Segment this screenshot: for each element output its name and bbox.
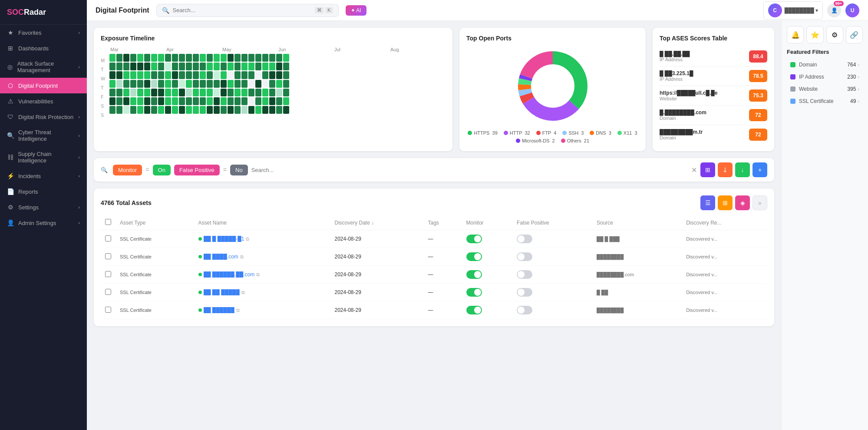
- tags-cell: —: [423, 266, 462, 284]
- select-all-checkbox[interactable]: [105, 219, 111, 225]
- ases-row[interactable]: https://█████ull.c█.█e Website 75.3: [660, 86, 767, 106]
- monitor-toggle[interactable]: [466, 270, 482, 279]
- on-filter-tag[interactable]: On: [153, 165, 171, 175]
- discovery-reason-cell: Discovered v...: [682, 301, 767, 319]
- right-icon-btn-2[interactable]: ⭐: [806, 26, 823, 43]
- filter-action-btn-3[interactable]: ↓: [735, 162, 750, 177]
- source-cell: ██ █ ███: [592, 230, 682, 248]
- right-icon-btn-4[interactable]: 🔗: [846, 26, 863, 43]
- row-checkbox[interactable]: [105, 289, 111, 295]
- col-monitor: Monitor: [462, 215, 513, 230]
- row-checkbox[interactable]: [105, 235, 111, 241]
- sidebar-item-dashboards[interactable]: ⊞ Dashboards: [0, 40, 87, 56]
- row-checkbox[interactable]: [105, 271, 111, 277]
- monitor-toggle[interactable]: [466, 288, 482, 297]
- copy-icon[interactable]: ⧉: [256, 272, 260, 278]
- filter-action-btn-4[interactable]: +: [752, 162, 767, 177]
- sidebar-item-favorites[interactable]: ★ Favorites ›: [0, 25, 87, 40]
- user-avatar[interactable]: U: [845, 3, 859, 17]
- sidebar-item-incidents[interactable]: ⚡ Incidents ›: [0, 168, 87, 184]
- no-filter-tag[interactable]: No: [230, 165, 248, 175]
- ases-row[interactable]: █ ██.██.██ IP Address 88.4: [660, 47, 767, 66]
- assets-table: Asset Type Asset Name Discovery Date ↓ T…: [101, 215, 767, 319]
- fp-toggle[interactable]: [517, 306, 532, 314]
- filter-action-btn-2[interactable]: ⤓: [718, 162, 733, 177]
- copy-icon[interactable]: ⧉: [241, 290, 245, 295]
- sidebar-item-digital-footprint[interactable]: ⬡ Digital Footprint: [0, 78, 87, 93]
- monitor-toggle[interactable]: [466, 252, 482, 261]
- row-checkbox[interactable]: [105, 253, 111, 259]
- source-cell: █ ██: [592, 284, 682, 301]
- supply-chain-icon: ⛓: [7, 154, 13, 161]
- right-icon-btn-1[interactable]: 🔔: [787, 26, 804, 43]
- monitor-cell: [462, 266, 513, 284]
- featured-filter-item[interactable]: Domain 764 ›: [787, 59, 863, 71]
- equals-2: =: [223, 166, 227, 173]
- view-btn-list[interactable]: ☰: [700, 195, 715, 210]
- table-row: SSL Certificate ██ ██████ ⧉ 2024-08-29 —…: [101, 301, 767, 319]
- keyboard-shortcuts: ⌘ K: [315, 7, 333, 13]
- filter-action-btn-1[interactable]: ⊞: [700, 162, 715, 177]
- search-input[interactable]: [173, 7, 312, 13]
- ai-button[interactable]: ✦ AI: [346, 5, 366, 16]
- clear-filter-button[interactable]: ✕: [691, 166, 697, 174]
- copy-icon[interactable]: ⧉: [240, 254, 244, 260]
- search-bar[interactable]: 🔍 ⌘ K: [156, 4, 339, 17]
- copy-icon[interactable]: ⧉: [236, 308, 240, 313]
- sidebar-item-cyber-threat[interactable]: 🔍 Cyber Threat Intelligence ›: [0, 125, 87, 146]
- sidebar-item-supply-chain[interactable]: ⛓ Supply Chain Intelligence ›: [0, 146, 87, 168]
- asset-type-cell: SSL Certificate: [116, 301, 194, 319]
- fp-toggle[interactable]: [517, 288, 532, 297]
- filter-items-list: Domain 764 › IP Address 230 › Website 39…: [787, 59, 863, 107]
- monitor-toggle[interactable]: [466, 235, 482, 243]
- tags-cell: —: [423, 284, 462, 301]
- featured-filter-item[interactable]: SSL Certificate 49 ›: [787, 95, 863, 107]
- sidebar-item-vulnerabilities[interactable]: ⚠ Vulnerabilities: [0, 93, 87, 109]
- sidebar-item-reports[interactable]: 📄 Reports: [0, 184, 87, 199]
- assets-section: 4766 Total Assets ☰ ⊞ ◈ » Asset Type Ass…: [94, 189, 774, 326]
- company-avatar: C: [768, 3, 782, 17]
- company-name: ████████ ▾: [785, 7, 818, 13]
- right-icon-btn-3[interactable]: ⚙: [826, 26, 843, 43]
- ases-scores-card: Top ASES Scores Table █ ██.██.██ IP Addr…: [653, 28, 774, 151]
- featured-filter-item[interactable]: Website 395 ›: [787, 83, 863, 95]
- asset-name-cell: ██ ██ █████ ⧉: [194, 284, 330, 301]
- top-open-ports-card: Top Open Ports HTTPS 39HTTP 32FTP 4SSH 3…: [459, 28, 646, 151]
- notification-button[interactable]: 👤 99+: [827, 3, 841, 17]
- row-checkbox[interactable]: [105, 307, 111, 313]
- featured-filter-item[interactable]: IP Address 230 ›: [787, 71, 863, 83]
- sidebar-item-digital-risk[interactable]: 🛡 Digital Risk Protection ›: [0, 109, 87, 125]
- false-positive-filter-tag[interactable]: False Positive: [174, 165, 220, 175]
- ases-score: 75.3: [749, 89, 767, 102]
- view-btn-other[interactable]: »: [752, 195, 767, 210]
- sidebar-item-settings[interactable]: ⚙ Settings ›: [0, 199, 87, 215]
- ases-row[interactable]: █.████████.com Domain 72: [660, 106, 767, 125]
- chevron-icon: ›: [78, 30, 80, 35]
- false-positive-cell: [512, 230, 592, 248]
- charts-row: Exposure Timeline M T W T F S S MarApr: [94, 28, 774, 151]
- ases-row[interactable]: █████████m.tr Domain 72: [660, 125, 767, 144]
- fp-toggle[interactable]: [517, 252, 532, 261]
- sidebar-item-attack-surface[interactable]: ◎ Attack Surface Management ›: [0, 56, 87, 78]
- donut-container: HTTPS 39HTTP 32FTP 4SSH 3DNS 3X11 3Micro…: [466, 47, 639, 143]
- filter-search-input[interactable]: [251, 167, 688, 173]
- chevron-icon: ›: [78, 133, 80, 138]
- fp-toggle[interactable]: [517, 270, 532, 279]
- company-selector[interactable]: C ████████ ▾: [763, 1, 823, 20]
- ases-row[interactable]: █ ██3.225.1█ IP Address 78.5: [660, 66, 767, 86]
- col-asset-name: Asset Name: [194, 215, 330, 230]
- monitor-toggle[interactable]: [466, 306, 482, 314]
- fp-toggle[interactable]: [517, 235, 532, 243]
- search-icon: 🔍: [162, 7, 169, 14]
- tags-cell: —: [423, 230, 462, 248]
- vulnerabilities-icon: ⚠: [7, 98, 14, 105]
- admin-settings-icon: 👤: [7, 219, 14, 226]
- chevron-icon: ›: [78, 220, 80, 225]
- search-icon: 🔍: [101, 167, 108, 173]
- view-btn-grid[interactable]: ⊞: [718, 195, 733, 210]
- sidebar-item-admin-settings[interactable]: 👤 Admin Settings ›: [0, 215, 87, 231]
- copy-icon[interactable]: ⧉: [246, 236, 249, 242]
- monitor-filter-tag[interactable]: Monitor: [113, 165, 142, 175]
- center-panel: Exposure Timeline M T W T F S S MarApr: [87, 21, 781, 430]
- view-btn-map[interactable]: ◈: [735, 195, 750, 210]
